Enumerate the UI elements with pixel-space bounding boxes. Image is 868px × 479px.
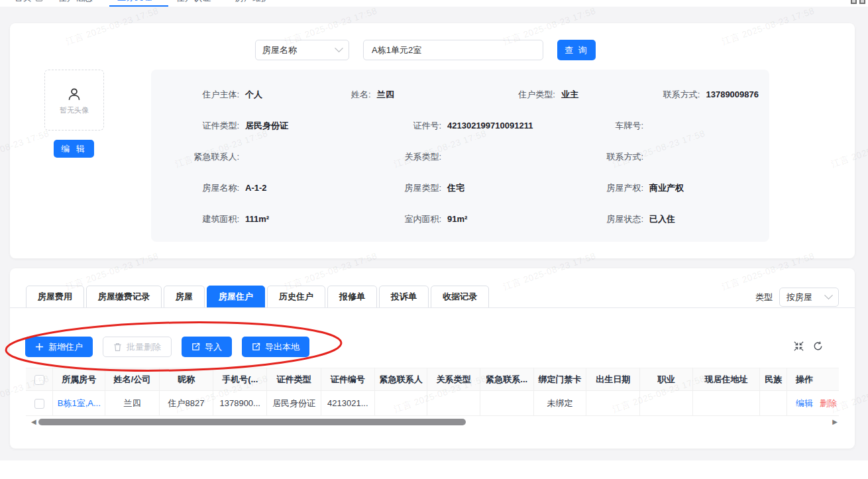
select-all-checkbox[interactable] [34, 375, 44, 385]
tab-房屋住户[interactable]: 房屋住户 [207, 286, 265, 308]
cell [375, 391, 427, 416]
batch-delete-label: 批量删除 [127, 341, 161, 353]
tab-close-icon[interactable]: × [215, 0, 219, 3]
refresh-icon[interactable] [812, 341, 824, 352]
type-select-value: 按房屋 [787, 292, 812, 303]
detail-field: 房屋产权:商业产权 [566, 182, 759, 194]
add-resident-button[interactable]: 新增住户 [25, 337, 93, 357]
tab-历史住户[interactable]: 历史住户 [267, 286, 325, 308]
detail-field: 联系方式:13789009876 [622, 89, 759, 101]
table-view-icons [793, 341, 824, 352]
detail-field-value: 住宅 [447, 182, 464, 194]
column-header: 关系类型 [427, 368, 480, 391]
import-button[interactable]: 导入 [182, 337, 232, 357]
top-tab-首页[interactable]: 首页 [7, 0, 50, 7]
column-header: 证件编号 [321, 368, 374, 391]
window-controls[interactable] [851, 0, 865, 4]
tabs-divider [10, 307, 855, 308]
type-select[interactable]: 按房屋 [779, 288, 839, 307]
tab-房屋费用[interactable]: 房屋费用 [26, 286, 84, 308]
scrollbar-thumb[interactable] [38, 419, 466, 425]
top-tab-房产维护[interactable]: 房产维护× [227, 0, 286, 7]
plus-icon [35, 343, 44, 351]
type-label: 类型 [755, 292, 773, 303]
top-tab-label: 房产维护 [235, 0, 270, 4]
window-control-icon[interactable] [859, 0, 865, 4]
detail-field: 关系类型: [364, 151, 566, 163]
detail-field: 建筑面积:111m² [162, 213, 364, 225]
detail-field-label: 姓名: [294, 89, 371, 101]
tab-投诉单[interactable]: 投诉单 [379, 286, 429, 308]
tab-close-icon[interactable]: × [156, 0, 160, 2]
top-tab-住户认证[interactable]: 住户认证× [168, 0, 227, 7]
batch-delete-button[interactable]: 批量删除 [103, 337, 172, 357]
export-local-button[interactable]: 导出本地 [242, 337, 309, 357]
tab-收据记录[interactable]: 收据记录 [431, 286, 489, 308]
detail-field: 车牌号: [566, 120, 759, 132]
export-icon [252, 343, 260, 351]
detail-field-value: A-1-2 [245, 183, 267, 193]
detail-field: 房屋状态:已入住 [566, 213, 759, 225]
room-link[interactable]: B栋1室,A... [58, 398, 101, 408]
detail-field: 紧急联系人: [162, 151, 364, 163]
detail-field: 证件类型:居民身份证 [162, 120, 364, 132]
top-tab-业务受理[interactable]: 业务受理× [109, 0, 168, 7]
tab-close-icon[interactable]: × [274, 0, 278, 3]
detail-field-value: 111m² [245, 214, 269, 224]
horizontal-scrollbar[interactable]: ◀ ▶ [26, 417, 839, 427]
detail-field: 房屋名称:A-1-2 [162, 182, 364, 194]
column-header: 现居住地址 [692, 368, 760, 391]
detail-field-label: 证件号: [364, 120, 441, 132]
tab-close-icon[interactable]: × [97, 0, 101, 3]
detail-field-label: 房屋名称: [162, 182, 239, 194]
detail-field: 证件号:421302199710091211 [364, 120, 566, 132]
cell [760, 391, 787, 416]
avatar-upload[interactable]: 暂无头像 [44, 70, 104, 131]
edit-button[interactable]: 编 辑 [54, 140, 94, 158]
scroll-left-arrow-icon[interactable]: ◀ [31, 418, 36, 426]
detail-field-value: 个人 [245, 89, 262, 101]
resident-detail-card: 房屋名称 查 询 暂无头像 编 辑 住户主体:个人姓名:兰四住户类型:业主联系方… [10, 23, 855, 258]
table-toolbar: 新增住户 批量删除 导入 导出本地 [25, 337, 309, 357]
top-tab-住户信息[interactable]: 住户信息× [50, 0, 109, 7]
select-all-cell [26, 368, 53, 391]
search-field-select[interactable]: 房屋名称 [255, 40, 349, 60]
column-header: 紧急联系... [480, 368, 533, 391]
detail-field-value: 业主 [561, 89, 578, 101]
column-header: 民族 [760, 368, 787, 391]
detail-field-label: 房屋类型: [364, 182, 441, 194]
query-button[interactable]: 查 询 [557, 40, 596, 60]
import-icon [191, 343, 200, 351]
top-tab-label: 住户认证 [176, 0, 211, 4]
column-header: 姓名/公司 [105, 368, 159, 391]
top-tab-label: 住户信息 [58, 0, 93, 4]
scroll-right-arrow-icon[interactable]: ▶ [832, 418, 838, 426]
import-label: 导入 [205, 341, 222, 353]
detail-field-value: 91m² [447, 214, 467, 224]
window-control-icon[interactable] [851, 0, 857, 4]
search-input[interactable] [363, 40, 543, 60]
grid-icon [36, 0, 42, 1]
tab-报修单[interactable]: 报修单 [327, 286, 377, 308]
detail-row: 住户主体:个人姓名:兰四住户类型:业主联系方式:13789009876 [162, 79, 759, 110]
column-header: 操作 [787, 368, 839, 391]
delete-action[interactable]: 删除 [820, 398, 837, 408]
tab-房屋缴费记录[interactable]: 房屋缴费记录 [86, 286, 162, 308]
search-field-value: 房屋名称 [262, 44, 297, 56]
detail-field-label: 联系方式: [622, 89, 700, 101]
tab-房屋[interactable]: 房屋 [164, 286, 205, 308]
column-header: 出生日期 [586, 368, 640, 391]
detail-field-label: 证件类型: [162, 120, 239, 132]
export-local-label: 导出本地 [265, 341, 299, 353]
cell [480, 391, 533, 416]
row-actions: 编辑删除 [787, 391, 839, 416]
person-icon [66, 85, 83, 103]
cell: 未绑定 [533, 391, 586, 416]
edit-action[interactable]: 编辑 [796, 398, 813, 408]
detail-row: 建筑面积:111m²室内面积:91m²房屋状态:已入住 [162, 203, 759, 235]
detail-field: 室内面积:91m² [364, 213, 566, 225]
fullscreen-icon[interactable] [793, 341, 804, 352]
detail-field-label: 房屋状态: [566, 213, 643, 225]
row-checkbox[interactable] [34, 399, 44, 409]
column-header: 绑定门禁卡 [533, 368, 586, 391]
